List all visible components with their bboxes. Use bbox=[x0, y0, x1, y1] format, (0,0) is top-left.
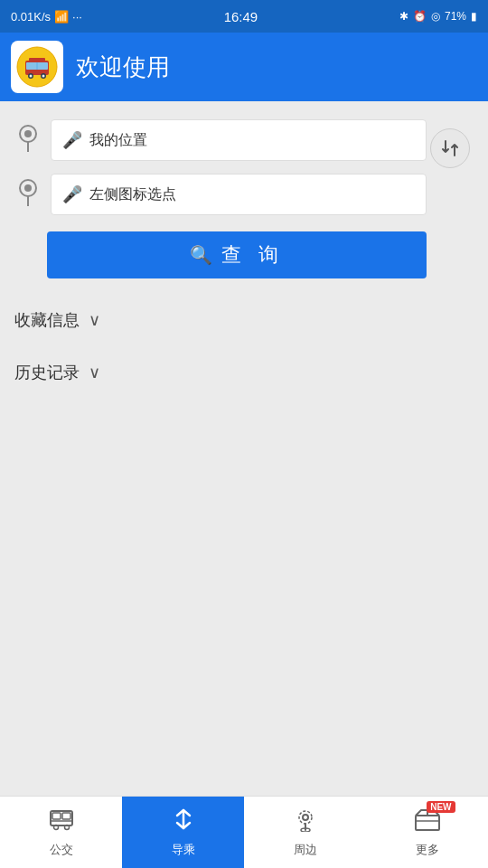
destination-row: 🎤 左侧图标选点 bbox=[14, 174, 427, 215]
bus-label: 公交 bbox=[50, 842, 73, 858]
guide-label: 导乘 bbox=[172, 842, 195, 858]
favorites-title: 收藏信息 bbox=[14, 309, 80, 331]
nav-item-bus[interactable]: 公交 bbox=[0, 797, 122, 868]
guide-icon bbox=[170, 807, 197, 838]
app-header: 欢迎使用 bbox=[0, 33, 488, 101]
history-title: 历史记录 bbox=[14, 362, 80, 383]
app-logo bbox=[11, 41, 63, 93]
origin-input-text: 我的位置 bbox=[89, 131, 147, 150]
bluetooth-icon: ✱ bbox=[399, 10, 408, 23]
nav-item-guide[interactable]: 导乘 bbox=[122, 797, 244, 868]
svg-point-18 bbox=[53, 826, 58, 830]
signal-text: 0.01K/s bbox=[11, 10, 51, 24]
svg-rect-16 bbox=[52, 813, 61, 819]
new-badge: NEW bbox=[427, 801, 455, 813]
origin-pin-icon bbox=[14, 123, 42, 158]
destination-pin-icon bbox=[14, 177, 42, 212]
battery-icon: ▮ bbox=[471, 10, 477, 23]
more-label: 更多 bbox=[416, 842, 439, 858]
status-right: ✱ ⏰ ◎ 71% ▮ bbox=[399, 10, 477, 23]
bottom-nav: 公交 导乘 周边 bbox=[0, 796, 488, 868]
history-chevron-icon: ∨ bbox=[89, 363, 100, 382]
inputs-column: 🎤 我的位置 🎤 左侧图标选点 bbox=[14, 119, 427, 215]
nearby-label: 周边 bbox=[294, 842, 317, 858]
favorites-chevron-icon: ∨ bbox=[89, 310, 100, 330]
svg-point-21 bbox=[303, 815, 308, 820]
search-row: 🎤 我的位置 🎤 左侧图标选点 bbox=[14, 119, 474, 215]
nav-item-more[interactable]: NEW 更多 bbox=[366, 797, 488, 868]
svg-point-19 bbox=[64, 826, 69, 830]
dots-icon: ··· bbox=[72, 10, 82, 24]
status-time: 16:49 bbox=[224, 9, 258, 24]
battery-text: 71% bbox=[445, 10, 466, 23]
status-left: 0.01K/s 📶 ··· bbox=[11, 10, 82, 24]
target-icon: ◎ bbox=[431, 10, 440, 23]
swap-button[interactable] bbox=[430, 128, 470, 168]
swap-column bbox=[427, 119, 474, 168]
destination-input-text: 左侧图标选点 bbox=[89, 185, 176, 204]
svg-rect-8 bbox=[29, 58, 45, 61]
svg-point-10 bbox=[24, 130, 32, 137]
search-icon: 🔍 bbox=[190, 244, 212, 266]
query-button[interactable]: 🔍 查 询 bbox=[47, 231, 427, 278]
status-bar: 0.01K/s 📶 ··· 16:49 ✱ ⏰ ◎ 71% ▮ bbox=[0, 0, 488, 33]
nearby-icon bbox=[292, 807, 319, 838]
more-icon bbox=[412, 810, 443, 837]
svg-rect-17 bbox=[62, 813, 70, 819]
svg-point-22 bbox=[299, 811, 312, 824]
svg-point-5 bbox=[30, 75, 33, 78]
wifi-icon: 📶 bbox=[54, 10, 69, 24]
nav-item-nearby[interactable]: 周边 bbox=[244, 797, 366, 868]
svg-point-13 bbox=[24, 184, 32, 192]
history-section[interactable]: 历史记录 ∨ bbox=[14, 362, 474, 383]
logo-svg bbox=[16, 46, 58, 88]
main-content: 🎤 我的位置 🎤 左侧图标选点 bbox=[0, 101, 488, 796]
svg-point-6 bbox=[42, 75, 45, 78]
destination-input[interactable]: 🎤 左侧图标选点 bbox=[51, 174, 427, 215]
svg-rect-25 bbox=[416, 816, 439, 830]
origin-row: 🎤 我的位置 bbox=[14, 119, 427, 161]
favorites-section[interactable]: 收藏信息 ∨ bbox=[14, 309, 474, 331]
mic-icon-destination: 🎤 bbox=[62, 184, 82, 204]
query-button-text: 查 询 bbox=[221, 241, 283, 269]
alarm-icon: ⏰ bbox=[413, 10, 427, 23]
mic-icon-origin: 🎤 bbox=[62, 130, 82, 150]
header-title: 欢迎使用 bbox=[76, 52, 170, 83]
bus-icon bbox=[48, 807, 75, 838]
origin-input[interactable]: 🎤 我的位置 bbox=[51, 119, 427, 161]
